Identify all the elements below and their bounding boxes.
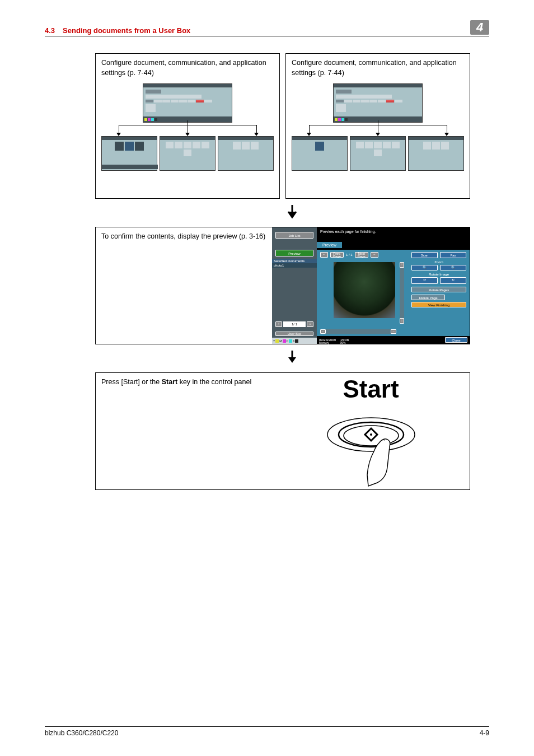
screenshot-thumb-small [218,136,274,171]
user-box-button[interactable]: User Box [275,332,313,336]
section-title: Sending documents from a User Box [63,26,190,35]
nav-down-button[interactable]: ↓ [307,321,313,327]
configure-box-left: Configure document, communication, and a… [95,53,280,199]
job-list-button[interactable]: Job List [275,232,313,239]
screenshot-thumb-small [101,136,157,171]
scroll-right-button[interactable]: → [391,329,396,334]
flow-connector-icon [292,125,464,135]
close-button[interactable]: Close [445,337,467,343]
preview-panel-screenshot: Job List Preview Selected Documents phot… [272,227,470,344]
fax-button[interactable]: Fax [440,252,466,258]
prev-arrow-button[interactable]: ← [320,252,328,258]
arrow-down-icon [95,350,489,368]
memory-pct: 99% [340,341,345,344]
preview-step-text: To confirm the contents, display the pre… [101,232,266,242]
next-page-button[interactable]: Next Page [355,252,368,258]
screenshot-thumb-small [292,136,348,171]
doc-name-label: photo1 [272,263,317,268]
screenshot-thumb-small [350,136,406,171]
scroll-up-button[interactable]: ↑ [400,262,404,268]
scan-button[interactable]: Scan [411,252,438,258]
toner-m: M [279,339,282,343]
scroll-left-button[interactable]: ← [320,329,326,334]
preview-tab[interactable]: Preview [317,242,342,248]
next-arrow-button[interactable]: → [371,252,378,258]
delete-page-button[interactable]: Delete Page [411,295,445,300]
rotate-image-label: Rotate Image [411,273,466,276]
screenshot-thumb [333,83,423,123]
rotate-right-button[interactable]: ↻ [440,277,466,284]
configure-box-right: Configure document, communication, and a… [285,53,470,199]
screenshot-thumb-small [408,136,464,171]
screenshot-thumb [143,83,232,123]
rotate-left-button[interactable]: ↺ [411,277,438,284]
document-preview-image [334,262,395,318]
chapter-badge: 4 [470,20,489,35]
start-step-box: Press [Start] or the Start key in the co… [95,372,470,490]
start-text-bold: Start [162,378,177,386]
zoom-in-button[interactable]: 🔍 [440,265,466,270]
page-header: 4.3 Sending documents from a User Box 4 [45,20,489,36]
start-label: Start [272,375,470,403]
selected-docs-label: Selected Documents [272,259,317,263]
toner-c: C [287,339,289,343]
zoom-out-button[interactable]: 🔍 [411,265,438,270]
configure-text-right: Configure document, communication, and a… [292,58,464,78]
preview-hint: Preview each page for finishing. [317,227,470,236]
view-finishing-button[interactable]: View Finishing [411,302,466,307]
nav-up-button[interactable]: ↑ [275,321,282,327]
toner-y: Y [273,339,275,343]
prev-page-button[interactable]: Prev. Page [330,252,344,258]
memory-label: Memory [319,341,329,344]
page-indicator: 1 / 1 [346,253,353,256]
nav-pager: 1/ 1 [283,321,306,327]
svg-point-3 [370,433,372,436]
footer-page: 4-9 [480,729,489,737]
configure-text-left: Configure document, communication, and a… [101,58,274,78]
start-text-after: key in the control panel [177,378,251,386]
arrow-down-icon [95,204,489,222]
flow-connector-icon [101,125,274,135]
screenshot-thumb-small [160,136,216,171]
preview-step-box: To confirm the contents, display the pre… [95,227,470,344]
zoom-label: Zoom [411,260,466,264]
start-text-before: Press [Start] or the [101,378,162,386]
rotate-pages-button[interactable]: Rotate Pages [411,287,466,292]
scroll-down-button[interactable]: ↓ [400,318,404,324]
preview-button[interactable]: Preview [275,250,313,256]
toner-k: K [293,339,294,343]
section-number: 4.3 [45,26,55,35]
page-footer: bizhub C360/C280/C220 4-9 [45,726,489,737]
footer-product: bizhub C360/C280/C220 [45,729,118,737]
start-button-icon [324,405,419,489]
